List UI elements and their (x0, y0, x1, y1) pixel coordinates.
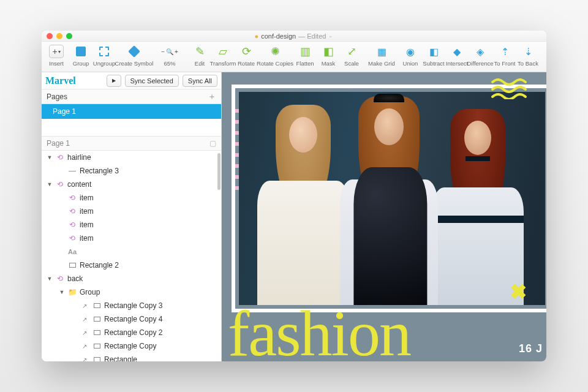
layer-label: Group (80, 288, 216, 296)
artboard-header[interactable]: Page 1 ▢ (42, 136, 221, 151)
play-button[interactable]: ▶ (107, 75, 121, 87)
chevron-down-icon[interactable]: ⌄ (328, 32, 333, 40)
sync-icon: ⟲ (67, 221, 77, 229)
zoom-window-button[interactable] (66, 33, 72, 39)
headline-text: fashion (228, 296, 410, 361)
model-2 (331, 96, 447, 305)
layer-row[interactable]: •⟲item (42, 232, 221, 245)
to-back-button[interactable]: ⇣To Back (517, 43, 539, 67)
layer-row[interactable]: •—Rectangle 3 (42, 164, 221, 178)
layer-row[interactable]: ▼⟲back (42, 272, 221, 285)
layer-label: hairline (67, 153, 216, 162)
layer-label: item (80, 221, 216, 229)
titlebar: ● conf-design — Edited ⌄ (42, 31, 546, 42)
x-decoration: ✖ (510, 279, 527, 304)
document-title: ● conf-design — Edited ⌄ (42, 32, 546, 40)
edit-button[interactable]: ✎Edit (189, 43, 211, 67)
rectangle-icon (92, 357, 102, 361)
page-label: Page 1 (53, 107, 76, 116)
minimize-window-button[interactable] (56, 33, 62, 39)
date-text: 16 J (519, 342, 543, 355)
layer-row[interactable]: •⟲item (42, 191, 221, 205)
to-front-button[interactable]: ⇡To Front (494, 43, 516, 67)
layer-label: content (67, 180, 216, 189)
layer-label: Rectangle (104, 355, 216, 361)
zoom-in-button[interactable]: + (175, 46, 178, 57)
sync-all-button[interactable]: Sync All (183, 75, 217, 87)
close-window-button[interactable] (47, 33, 53, 39)
link-icon: 🔗 (545, 45, 546, 58)
zoom-out-button[interactable]: − (161, 46, 165, 57)
layer-row[interactable]: •↗Rectangle (42, 353, 221, 361)
sync-icon: ⟲ (67, 207, 77, 216)
layer-row[interactable]: •Rectangle 2 (42, 258, 221, 272)
sync-icon: ⟲ (67, 234, 77, 243)
text-icon: Aa (67, 248, 77, 255)
create-symbol-button[interactable]: Create Symbol (118, 43, 151, 67)
layer-row[interactable]: ▼⟲content (42, 178, 221, 191)
layer-row[interactable]: •Aa (42, 245, 221, 258)
scale-button[interactable]: ⤢Scale (341, 43, 363, 67)
canvas[interactable]: ✖ fashion 16 J (222, 72, 546, 361)
intersect-button[interactable]: ◆Intersect (446, 43, 468, 67)
grid-icon: ▦ (374, 45, 390, 58)
sync-icon: ⟲ (55, 274, 65, 283)
waves-decoration (491, 78, 534, 99)
make-grid-button[interactable]: ▦Make Grid (365, 43, 398, 67)
sync-icon: ⟲ (67, 194, 77, 202)
sync-selected-button[interactable]: Sync Selected (125, 75, 179, 87)
link-button[interactable]: 🔗Link (541, 43, 546, 67)
layer-row[interactable]: •↗Rectangle Copy 2 (42, 326, 221, 339)
rotate-copies-button[interactable]: ✺Rotate Copies (258, 43, 292, 67)
sidebar: Marvel ▶ Sync Selected Sync All Pages ＋ … (42, 72, 222, 361)
ungroup-button[interactable]: Ungroup (93, 43, 115, 67)
rotate-icon: ⟳ (238, 45, 254, 58)
layer-row[interactable]: •↗Rectangle Copy 4 (42, 312, 221, 326)
shared-style-icon: ↗ (80, 343, 89, 350)
zoom-control[interactable]: − 🔍 + 65% (153, 43, 186, 67)
flatten-icon: ▥ (297, 45, 313, 58)
disclosure-triangle[interactable]: ▼ (47, 276, 53, 282)
layer-label: item (80, 234, 216, 243)
rotate-copies-icon: ✺ (267, 45, 283, 58)
disclosure-triangle[interactable]: ▼ (59, 289, 65, 295)
mask-button[interactable]: ◧Mask (317, 43, 339, 67)
layer-row[interactable]: ▼⟲hairline (42, 151, 221, 164)
layer-row[interactable]: •↗Rectangle Copy 3 (42, 299, 221, 312)
layer-label: Rectangle 2 (80, 261, 216, 270)
layer-row[interactable]: •⟲item (42, 205, 221, 218)
layer-tree[interactable]: ▼⟲hairline•—Rectangle 3▼⟲content•⟲item•⟲… (42, 151, 221, 361)
subtract-button[interactable]: ◧Subtract (423, 43, 445, 67)
scale-icon: ⤢ (344, 45, 360, 58)
pencil-icon: ✎ (192, 45, 208, 58)
subtract-icon: ◧ (426, 45, 442, 58)
intersect-icon: ◆ (449, 45, 465, 58)
difference-button[interactable]: ◈Difference (469, 43, 491, 67)
toolbar: +▾ Insert Group Ungroup Create Symbol − … (42, 42, 546, 72)
shared-style-icon: ↗ (80, 356, 89, 362)
insert-button[interactable]: +▾ Insert (45, 43, 67, 67)
rectangle-icon (92, 317, 102, 322)
layer-row[interactable]: •↗Rectangle Copy (42, 339, 221, 353)
union-button[interactable]: ◉Union (399, 43, 421, 67)
disclosure-triangle[interactable]: ▼ (47, 154, 53, 160)
sync-icon: ⟲ (55, 153, 65, 162)
layer-row[interactable]: ▼📁Group (42, 285, 221, 299)
rectangle-icon (92, 303, 102, 308)
disclosure-triangle[interactable]: ▼ (47, 181, 53, 187)
body: Marvel ▶ Sync Selected Sync All Pages ＋ … (42, 72, 546, 361)
add-page-button[interactable]: ＋ (208, 91, 216, 102)
rectangle-icon (92, 344, 102, 349)
transform-button[interactable]: ▱Transform (212, 43, 234, 67)
layer-label: Rectangle Copy (104, 342, 216, 350)
group-button[interactable]: Group (70, 43, 92, 67)
layer-label: Rectangle Copy 4 (104, 315, 216, 323)
rotate-button[interactable]: ⟳Rotate (235, 43, 257, 67)
layer-row[interactable]: •⟲item (42, 218, 221, 232)
flatten-button[interactable]: ▥Flatten (294, 43, 316, 67)
magnifier-icon: 🔍 (166, 48, 173, 55)
play-icon: ▶ (112, 78, 116, 83)
artboard-icon: ▢ (209, 139, 216, 148)
layer-label: item (80, 194, 216, 202)
page-row[interactable]: Page 1 (42, 104, 221, 119)
